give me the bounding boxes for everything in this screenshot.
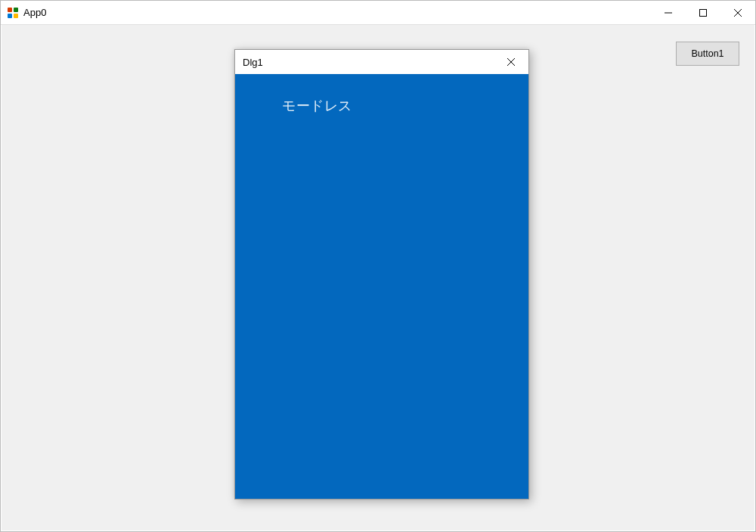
dialog-close-button[interactable]: [494, 50, 528, 74]
svg-rect-2: [8, 14, 12, 18]
main-window: App0 Button1 Dlg1: [0, 0, 756, 532]
svg-rect-3: [14, 14, 18, 18]
client-area: Button1 Dlg1 モードレス: [2, 25, 754, 530]
maximize-button[interactable]: [686, 1, 720, 24]
main-titlebar[interactable]: App0: [1, 1, 755, 25]
svg-rect-5: [700, 9, 707, 16]
window-controls: [651, 1, 755, 24]
button1[interactable]: Button1: [676, 42, 739, 66]
dialog-window: Dlg1 モードレス: [234, 49, 529, 500]
close-button[interactable]: [720, 1, 755, 24]
svg-rect-1: [14, 8, 18, 12]
minimize-button[interactable]: [651, 1, 686, 24]
dialog-titlebar[interactable]: Dlg1: [235, 50, 528, 74]
main-window-title: App0: [23, 7, 651, 18]
app-icon: [7, 7, 19, 19]
dialog-title: Dlg1: [243, 57, 494, 68]
dialog-body: モードレス: [235, 74, 528, 499]
svg-rect-0: [8, 8, 12, 12]
dialog-body-text: モードレス: [282, 97, 352, 115]
